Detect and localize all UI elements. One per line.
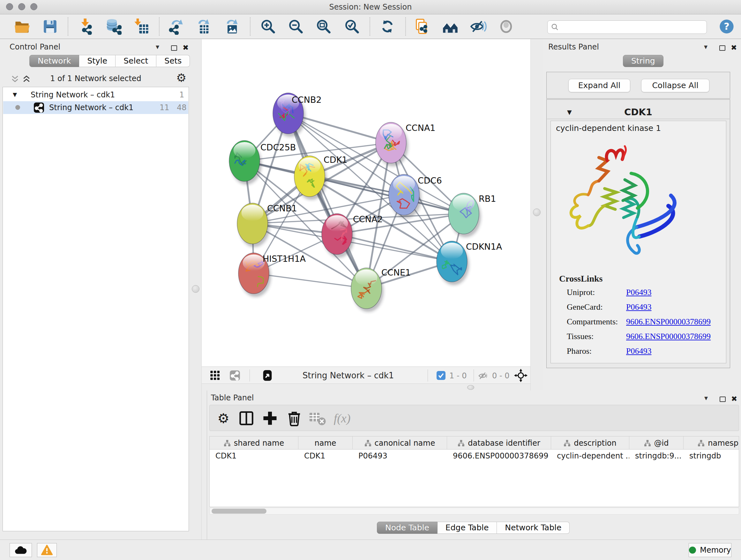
- network-node-CCNA2[interactable]: [322, 213, 354, 258]
- tab-edge-table[interactable]: Edge Table: [437, 522, 497, 534]
- column-header-name[interactable]: name: [298, 436, 353, 449]
- control-panel-float-icon[interactable]: [171, 45, 177, 51]
- birdseye-view-button[interactable]: [497, 17, 515, 37]
- results-panel-close-icon[interactable]: ✖: [731, 44, 737, 52]
- zoom-fit-button[interactable]: [314, 17, 333, 37]
- node-label-HIST1H1A: HIST1H1A: [263, 254, 306, 264]
- import-table-icon: [133, 18, 150, 35]
- tab-select[interactable]: Select: [116, 55, 156, 67]
- column-header-shared-name[interactable]: shared name: [210, 436, 298, 449]
- network-view-share-icon[interactable]: [229, 370, 241, 381]
- collapse-all-button[interactable]: Collapse All: [641, 79, 710, 92]
- memory-button[interactable]: Memory: [689, 543, 731, 557]
- table-toolbar: ⚙ f(x): [209, 405, 739, 431]
- table-panel-collapse-icon[interactable]: ▾: [704, 394, 708, 402]
- table-panel-float-icon[interactable]: [720, 396, 726, 402]
- refresh-layout-button[interactable]: [378, 17, 397, 37]
- network-graph[interactable]: CCNB2CCNA1CDC25BCDK1CDC6RB1CCNB1CCNA2CDK…: [202, 39, 530, 367]
- tab-style[interactable]: Style: [79, 55, 116, 67]
- function-builder-fx-icon[interactable]: f(x): [333, 409, 351, 428]
- network-node-CCNE1[interactable]: [351, 268, 384, 312]
- import-network-from-file-button[interactable]: [77, 17, 95, 37]
- results-panel-collapse-icon[interactable]: ▾: [704, 43, 708, 51]
- delete-table-icon[interactable]: [308, 409, 327, 428]
- column-header--id[interactable]: @id: [629, 436, 684, 449]
- network-row-selected[interactable]: String Network – cdk1 11 48: [3, 101, 188, 114]
- crosslink-link[interactable]: P06493: [626, 302, 651, 312]
- selected-nodes-checkbox[interactable]: [436, 371, 446, 380]
- crosslink-link[interactable]: P06493: [626, 347, 651, 356]
- left-splitter-knob[interactable]: [192, 285, 199, 293]
- table-panel-close-icon[interactable]: ✖: [731, 395, 737, 403]
- crosslinks-title: CrossLinks: [559, 273, 603, 284]
- expand-all-button[interactable]: Expand All: [568, 79, 630, 92]
- import-table-from-file-button[interactable]: [132, 17, 151, 37]
- detach-view-icon[interactable]: [261, 369, 274, 382]
- help-button[interactable]: ?: [718, 17, 736, 37]
- tab-string[interactable]: String: [623, 55, 664, 67]
- eye-slash-icon: [470, 18, 487, 35]
- node-label-CCNB2: CCNB2: [292, 95, 322, 105]
- network-node-CCNB1[interactable]: [237, 203, 270, 247]
- crosslink-link[interactable]: P06493: [626, 288, 651, 297]
- network-node-CDKN1A[interactable]: [436, 241, 469, 285]
- clone-network-button[interactable]: [413, 17, 431, 37]
- pan-crosshair-icon[interactable]: [514, 368, 528, 382]
- cell[interactable]: stringdb:9...: [629, 449, 684, 462]
- zoom-out-button[interactable]: [286, 17, 305, 37]
- crosslink-link[interactable]: 9606.ENSP00000378699: [626, 317, 711, 326]
- window-title: Session: New Session: [0, 0, 741, 14]
- add-column-icon[interactable]: [261, 409, 279, 428]
- cell[interactable]: 9606.ENSP00000378699: [447, 449, 551, 462]
- column-header-database-identifier[interactable]: database identifier: [447, 436, 551, 449]
- network-canvas[interactable]: CCNB2CCNA1CDC25BCDK1CDC6RB1CCNB1CCNA2CDK…: [202, 39, 530, 367]
- network-options-gear-icon[interactable]: ⚙: [176, 72, 186, 84]
- column-header-description[interactable]: description: [551, 436, 629, 449]
- control-panel-close-icon[interactable]: ✖: [183, 44, 189, 52]
- save-session-button[interactable]: [41, 17, 59, 37]
- cell[interactable]: CDK1: [210, 449, 298, 462]
- table-row[interactable]: CDK1CDK1P064939606.ENSP00000378699cyclin…: [210, 449, 739, 462]
- tree-expand-icon[interactable]: ▼: [13, 91, 17, 98]
- import-network-from-database-button[interactable]: [104, 17, 123, 37]
- cell[interactable]: P06493: [353, 449, 447, 462]
- horizontal-splitter-knob[interactable]: [467, 385, 474, 390]
- table-options-gear-icon[interactable]: ⚙: [214, 409, 232, 428]
- network-selection-statusbar: 1 of 1 Network selected ⚙: [6, 73, 185, 85]
- tab-node-table[interactable]: Node Table: [377, 522, 437, 534]
- tab-sets[interactable]: Sets: [156, 55, 190, 67]
- crosslink-link[interactable]: 9606.ENSP00000378699: [626, 332, 711, 341]
- search-icon: [551, 23, 559, 31]
- table-horizontal-scrollbar[interactable]: [209, 508, 739, 515]
- network-view-toolbar: String Network – cdk1 1 - 0 0 - 0: [202, 367, 530, 384]
- zoom-in-button[interactable]: [259, 17, 277, 37]
- first-neighbors-button[interactable]: [441, 17, 460, 37]
- search-input[interactable]: [559, 23, 706, 31]
- column-header-canonical-name[interactable]: canonical name: [353, 436, 447, 449]
- crosslink-label: Tissues:: [567, 332, 626, 341]
- network-node-CDC6[interactable]: [389, 174, 421, 219]
- right-splitter-knob[interactable]: [533, 208, 541, 216]
- cloud-status-button[interactable]: [10, 543, 32, 557]
- hide-graphics-details-button[interactable]: [469, 17, 488, 37]
- grid-view-icon[interactable]: [210, 370, 220, 381]
- cell[interactable]: CDK1: [298, 449, 353, 462]
- show-columns-icon[interactable]: [237, 409, 256, 428]
- open-session-button[interactable]: [13, 17, 31, 37]
- scrollbar-thumb[interactable]: [212, 509, 266, 514]
- cell[interactable]: stringdb: [684, 449, 739, 462]
- export-network-button[interactable]: [166, 17, 185, 37]
- tab-network[interactable]: Network: [29, 55, 79, 67]
- export-image-button[interactable]: [222, 17, 241, 37]
- control-panel-collapse-icon[interactable]: ▾: [156, 43, 159, 51]
- results-panel-float-icon[interactable]: [719, 45, 725, 51]
- export-table-button[interactable]: [194, 17, 212, 37]
- delete-column-icon[interactable]: [285, 409, 304, 428]
- zoom-selected-button[interactable]: [343, 17, 361, 37]
- warning-status-button[interactable]: [37, 543, 57, 557]
- column-header-namespace[interactable]: namespace: [684, 436, 739, 449]
- network-collection-row[interactable]: ▼ String Network – cdk1 1: [3, 88, 188, 101]
- tab-network-table[interactable]: Network Table: [497, 522, 569, 534]
- network-node-RB1[interactable]: [448, 193, 481, 237]
- cell[interactable]: cyclin-dependent ...: [551, 449, 629, 462]
